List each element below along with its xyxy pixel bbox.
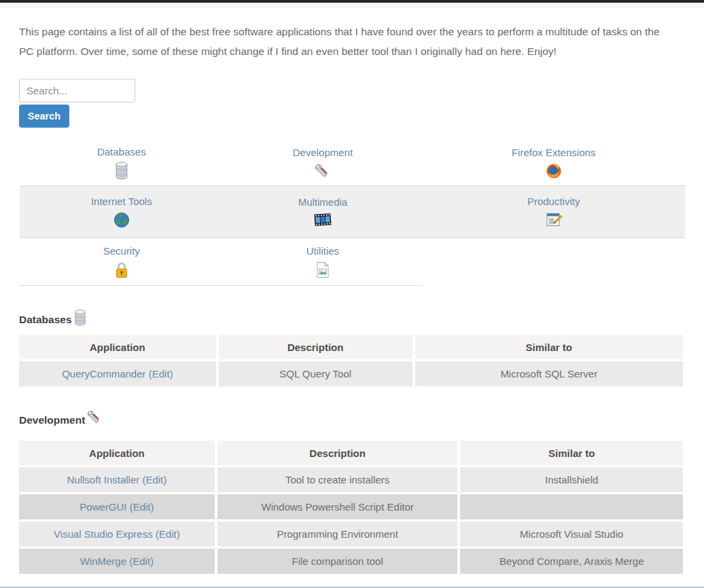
category-item-internet-tools[interactable]: Internet Tools <box>20 186 224 238</box>
databases-header-row: Application Description Similar to <box>19 335 683 359</box>
category-link-firefox-extensions[interactable]: Firefox Extensions <box>422 145 685 160</box>
category-item-productivity[interactable]: Productivity <box>422 186 685 238</box>
development-table: Application Description Similar to Nulls… <box>16 439 686 576</box>
cell-description: Windows Powershell Script Editor <box>217 494 458 519</box>
broken-image-icon <box>315 261 330 279</box>
cell-application: QueryCommander (Edit) <box>19 361 216 386</box>
section-heading-development: Development <box>19 414 685 426</box>
tools-icon <box>86 409 103 426</box>
cell-similar-to <box>460 494 683 519</box>
category-link-internet-tools[interactable]: Internet Tools <box>20 194 224 208</box>
film-icon <box>313 212 333 228</box>
section-title-databases: Databases <box>19 314 72 326</box>
database-icon <box>114 162 129 180</box>
table-row: Nullsoft Installer (Edit) Tool to create… <box>19 467 683 492</box>
category-item-multimedia[interactable]: Multimedia <box>224 186 423 238</box>
category-link-productivity[interactable]: Productivity <box>422 194 685 208</box>
cell-similar-to: Installshield <box>460 467 683 492</box>
category-row-2: Internet Tools Multimedia <box>20 186 685 238</box>
productivity-icon <box>545 211 563 229</box>
cell-similar-to: Beyond Compare, Araxis Merge <box>460 549 683 574</box>
app-link-querycommander[interactable]: QueryCommander (Edit) <box>62 368 173 380</box>
col-header-application: Application <box>19 441 215 465</box>
cell-description: Programming Environment <box>217 521 458 547</box>
cell-application: PowerGUI (Edit) <box>19 494 215 519</box>
category-row-3: Security Utilities <box>20 238 685 286</box>
category-link-databases[interactable]: Databases <box>20 145 224 159</box>
cell-similar-to: Microsoft SQL Server <box>415 361 683 386</box>
category-row-1: Databases Development <box>20 141 685 186</box>
app-link-winmerge[interactable]: WinMerge (Edit) <box>80 555 154 567</box>
category-item-firefox-extensions[interactable]: Firefox Extensions <box>422 141 685 186</box>
category-link-security[interactable]: Security <box>20 244 224 258</box>
page: This page contains a list of all of the … <box>0 0 704 588</box>
col-header-similar-to: Similar to <box>460 441 683 465</box>
main-content: This page contains a list of all of the … <box>0 22 704 576</box>
app-link-nullsoft-installer[interactable]: Nullsoft Installer (Edit) <box>67 474 167 485</box>
table-row: WinMerge (Edit) File comparison tool Bey… <box>19 549 683 574</box>
col-header-description: Description <box>219 335 412 359</box>
col-header-application: Application <box>19 335 216 359</box>
cell-application: WinMerge (Edit) <box>19 549 215 574</box>
table-row: PowerGUI (Edit) Windows Powershell Scrip… <box>19 494 683 519</box>
cell-description: File comparison tool <box>217 549 458 574</box>
category-item-development[interactable]: Development <box>224 141 423 186</box>
col-header-description: Description <box>217 441 458 465</box>
category-link-multimedia[interactable]: Multimedia <box>224 195 423 209</box>
category-empty-cell <box>422 238 685 286</box>
firefox-icon <box>545 162 563 180</box>
app-link-powergui[interactable]: PowerGUI (Edit) <box>80 501 154 513</box>
cell-similar-to: Microsoft Visual Studio <box>460 521 683 547</box>
databases-table: Application Description Similar to Query… <box>16 333 686 388</box>
top-gray-strip <box>0 3 704 7</box>
globe-icon <box>113 211 130 229</box>
cell-application: Visual Studio Express (Edit) <box>19 521 215 547</box>
col-header-similar-to: Similar to <box>415 335 683 359</box>
search-button[interactable]: Search <box>19 105 69 128</box>
app-link-visual-studio-express[interactable]: Visual Studio Express (Edit) <box>54 528 180 540</box>
intro-paragraph: This page contains a list of all of the … <box>19 22 675 61</box>
development-header-row: Application Description Similar to <box>19 441 683 465</box>
section-title-development: Development <box>19 414 85 426</box>
category-link-utilities[interactable]: Utilities <box>224 244 423 258</box>
category-item-utilities[interactable]: Utilities <box>224 238 423 286</box>
cell-description: SQL Query Tool <box>219 361 412 386</box>
tools-icon <box>314 162 332 180</box>
lock-icon <box>114 261 129 279</box>
cell-description: Tool to create installers <box>217 467 458 492</box>
database-icon <box>73 309 87 327</box>
category-item-databases[interactable]: Databases <box>20 141 224 186</box>
table-row: QueryCommander (Edit) SQL Query Tool Mic… <box>19 361 683 386</box>
category-item-security[interactable]: Security <box>20 238 224 286</box>
category-link-development[interactable]: Development <box>224 145 423 160</box>
cell-application: Nullsoft Installer (Edit) <box>19 467 215 492</box>
search-input[interactable] <box>19 79 135 103</box>
section-heading-databases: Databases <box>19 313 685 327</box>
table-row: Visual Studio Express (Edit) Programming… <box>19 521 683 547</box>
category-grid: Databases Development <box>20 141 685 286</box>
